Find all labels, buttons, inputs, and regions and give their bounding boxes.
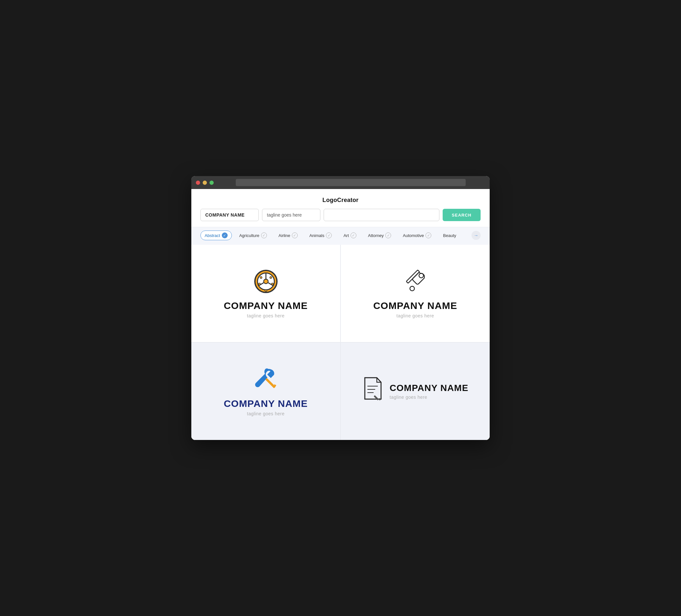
logo3-tagline: tagline goes here xyxy=(247,411,285,416)
filter-chip-art[interactable]: Art ✓ xyxy=(339,231,361,240)
logo1-company-name: COMPANY NAME xyxy=(224,300,308,311)
logo4-text: COMPANY NAME tagline goes here xyxy=(390,383,469,400)
filter-check-airline: ✓ xyxy=(292,232,298,238)
logo-card-4[interactable]: COMPANY NAME tagline goes here xyxy=(341,343,490,440)
logo1-tagline: tagline goes here xyxy=(247,313,285,318)
filter-bar: Abstract ✓ Agriculture ✓ Airline ✓ Anima… xyxy=(191,227,490,245)
app-content: LogoCreator SEARCH Abstract ✓ Agricultur… xyxy=(191,189,490,440)
filter-label-art: Art xyxy=(344,233,349,238)
svg-point-9 xyxy=(272,283,273,285)
filter-chip-beauty[interactable]: Beauty xyxy=(439,231,460,240)
filter-chip-automotive[interactable]: Automotive ✓ xyxy=(399,231,435,240)
url-bar xyxy=(236,179,466,186)
svg-rect-14 xyxy=(265,378,276,388)
filter-label-animals: Animals xyxy=(309,233,324,238)
filter-label-airline: Airline xyxy=(279,233,290,238)
app-title: LogoCreator xyxy=(191,189,490,209)
filter-label-agriculture: Agriculture xyxy=(239,233,259,238)
filter-label-abstract: Abstract xyxy=(205,233,220,238)
logo2-tagline: tagline goes here xyxy=(397,313,434,318)
keyword-input[interactable] xyxy=(324,209,439,221)
search-bar: SEARCH xyxy=(191,209,490,227)
titlebar xyxy=(191,176,490,189)
filter-check-automotive: ✓ xyxy=(426,232,431,238)
filter-check-art: ✓ xyxy=(351,232,356,238)
logo4-tagline: tagline goes here xyxy=(390,394,469,400)
wrench-pencil-icon xyxy=(402,268,428,294)
filter-label-attorney: Attorney xyxy=(368,233,384,238)
filter-next-button[interactable]: → xyxy=(472,231,481,240)
logo-card-2[interactable]: COMPANY NAME tagline goes here xyxy=(341,245,490,342)
svg-point-2 xyxy=(263,279,268,284)
svg-rect-19 xyxy=(374,395,379,400)
logo-card-3[interactable]: COMPANY NAME tagline goes here xyxy=(191,343,340,440)
filter-chip-abstract[interactable]: Abstract ✓ xyxy=(200,231,232,240)
filter-label-beauty: Beauty xyxy=(443,233,456,238)
blue-wrench-pencil-icon xyxy=(253,366,279,392)
filter-chip-agriculture[interactable]: Agriculture ✓ xyxy=(235,231,271,240)
filter-chip-animals[interactable]: Animals ✓ xyxy=(305,231,336,240)
app-window: LogoCreator SEARCH Abstract ✓ Agricultur… xyxy=(191,176,490,440)
svg-point-7 xyxy=(270,277,272,279)
filter-label-automotive: Automotive xyxy=(403,233,424,238)
filter-check-attorney: ✓ xyxy=(385,232,391,238)
svg-point-13 xyxy=(410,286,414,291)
filter-check-agriculture: ✓ xyxy=(261,232,267,238)
filter-check-animals: ✓ xyxy=(326,232,332,238)
logo2-company-name: COMPANY NAME xyxy=(373,300,457,311)
company-name-input[interactable] xyxy=(200,209,259,221)
logo3-company-name: COMPANY NAME xyxy=(224,398,308,409)
logo-card-1[interactable]: COMPANY NAME tagline goes here xyxy=(191,245,340,342)
tagline-input[interactable] xyxy=(262,209,320,221)
logo4-company-name: COMPANY NAME xyxy=(390,383,469,393)
svg-point-10 xyxy=(265,289,267,291)
svg-point-6 xyxy=(260,277,262,279)
search-button[interactable]: SEARCH xyxy=(443,209,481,221)
close-button[interactable] xyxy=(196,181,200,185)
filter-chip-airline[interactable]: Airline ✓ xyxy=(274,231,302,240)
minimize-button[interactable] xyxy=(203,181,207,185)
filter-check-abstract: ✓ xyxy=(222,232,228,238)
document-pencil-icon xyxy=(362,377,383,401)
maximize-button[interactable] xyxy=(209,181,214,185)
logo-grid: COMPANY NAME tagline goes here xyxy=(191,245,490,440)
app-title-text: LogoCreator xyxy=(322,197,358,203)
svg-point-8 xyxy=(258,283,260,285)
steering-wheel-icon xyxy=(253,268,279,294)
filter-chip-attorney[interactable]: Attorney ✓ xyxy=(364,231,395,240)
svg-rect-11 xyxy=(406,270,419,283)
svg-point-12 xyxy=(419,273,424,278)
